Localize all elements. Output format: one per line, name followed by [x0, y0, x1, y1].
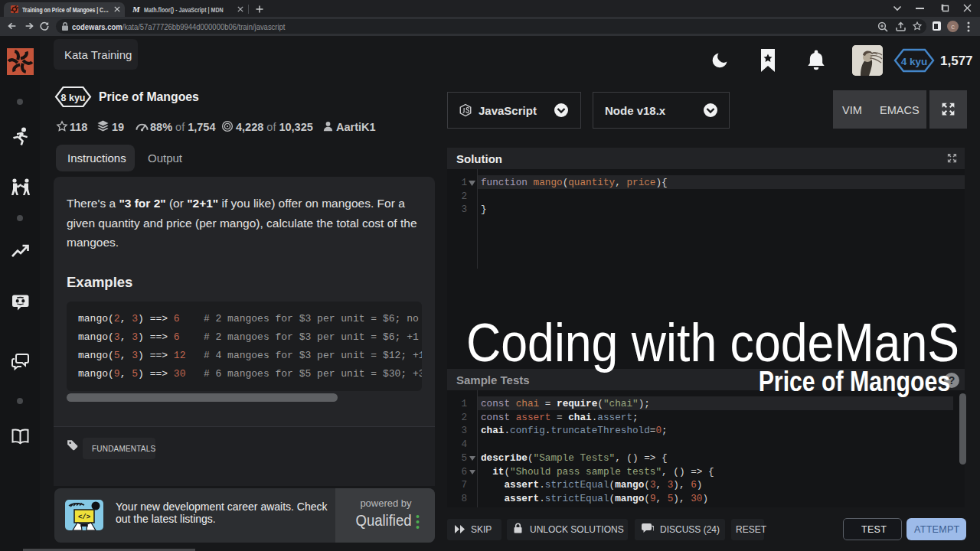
- svg-text:8 kyu: 8 kyu: [61, 93, 86, 103]
- svg-text:4 kyu: 4 kyu: [901, 56, 928, 67]
- svg-text:</>: </>: [78, 514, 90, 521]
